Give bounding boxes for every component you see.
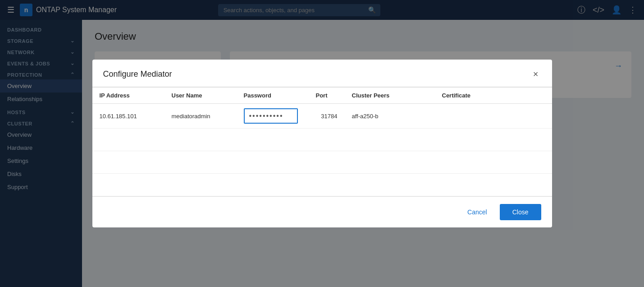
cell-user: mediatoradmin xyxy=(164,104,237,129)
col-header-user: User Name xyxy=(164,88,237,104)
col-header-port: Port xyxy=(309,88,345,104)
col-header-ip: IP Address xyxy=(92,88,164,104)
table-header-row: IP Address User Name Password Port Clust… xyxy=(92,88,552,104)
dialog-title: Configure Mediator xyxy=(103,69,172,79)
table-row: 10.61.185.101 mediatoradmin •••••••••• 3… xyxy=(92,104,552,129)
mediator-table: IP Address User Name Password Port Clust… xyxy=(92,87,552,196)
close-button[interactable]: Close xyxy=(500,204,541,220)
dialog-header: Configure Mediator × xyxy=(92,60,552,87)
dialog-overlay: Configure Mediator × IP Address User Nam… xyxy=(0,0,644,287)
password-input[interactable]: •••••••••• xyxy=(244,108,298,124)
cell-password[interactable]: •••••••••• xyxy=(237,104,309,129)
cell-port: 31784 xyxy=(309,104,345,129)
cell-ip: 10.61.185.101 xyxy=(92,104,164,129)
table-empty-row-1 xyxy=(92,129,552,151)
dialog-close-button[interactable]: × xyxy=(530,69,541,79)
col-header-password: Password xyxy=(237,88,309,104)
cancel-button[interactable]: Cancel xyxy=(460,205,494,219)
table-empty-row-2 xyxy=(92,151,552,174)
dialog-footer: Cancel Close xyxy=(92,196,552,227)
dialog-body: IP Address User Name Password Port Clust… xyxy=(92,87,552,196)
cell-certificate xyxy=(435,104,552,129)
col-header-certificate: Certificate xyxy=(435,88,552,104)
table-empty-row-3 xyxy=(92,174,552,196)
col-header-cluster-peers: Cluster Peers xyxy=(345,88,435,104)
cell-cluster-peers: aff-a250-b xyxy=(345,104,435,129)
configure-mediator-dialog: Configure Mediator × IP Address User Nam… xyxy=(92,60,552,227)
